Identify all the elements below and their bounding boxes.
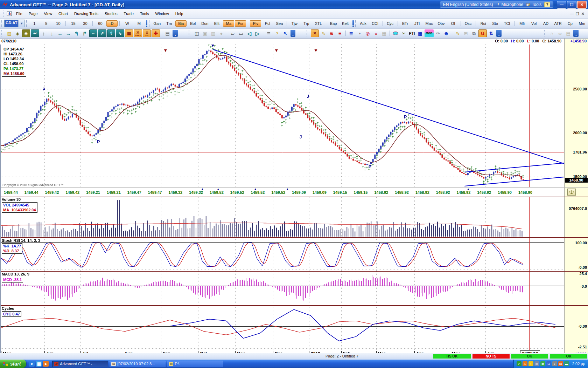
fib-fan-icon[interactable]: « — [372, 30, 380, 37]
symbol-search-icon[interactable]: ◈ — [14, 30, 21, 37]
chart-properties-icon[interactable]: ▤ — [164, 30, 172, 37]
study-tm-button[interactable]: Tm — [163, 20, 175, 27]
desktop-quicklaunch-icon[interactable]: ▦ — [36, 361, 42, 367]
zoom-icon[interactable]: ⊕ — [442, 30, 450, 37]
tray-writer-icon[interactable]: ▤ — [558, 361, 563, 366]
study-psr-button[interactable]: Psr — [235, 20, 246, 27]
menu-page[interactable]: Page — [26, 11, 41, 17]
scroll-down-icon[interactable]: ↓ — [48, 30, 56, 37]
split-adjust-icon[interactable]: ⇅ — [488, 30, 495, 37]
levels-icon[interactable]: ≡ — [336, 30, 344, 37]
toolbar-grip[interactable] — [189, 30, 191, 36]
indicator-atr-button[interactable]: ATR — [552, 20, 564, 27]
tray-card-icon[interactable]: ▬ — [564, 361, 569, 366]
study-ellt-button[interactable]: Ellt — [211, 20, 222, 27]
cycles-axis[interactable]: -0.00 -2.51 — [564, 306, 588, 350]
toolbar-more-icon[interactable]: ▾ — [290, 30, 296, 37]
timeframe-D-button[interactable]: D — [106, 20, 118, 27]
compress-vertical-icon[interactable]: ⇘ — [116, 29, 124, 37]
study-gan-button[interactable]: Gan — [151, 20, 163, 27]
minimize-button[interactable]: — — [557, 1, 566, 9]
indicator-sto-button[interactable]: Sto — [490, 20, 501, 27]
ie-quicklaunch-icon[interactable]: e — [29, 361, 35, 367]
timeframe-60-button[interactable]: 60 — [94, 20, 106, 27]
home-icon[interactable]: ⌂ — [548, 30, 556, 37]
timeframe-W-button[interactable]: W — [121, 20, 133, 27]
indicator-mac-button[interactable]: Mac — [424, 20, 435, 27]
save-layout-icon[interactable]: ▥ — [209, 30, 217, 37]
study-kelt-button[interactable]: Kelt — [340, 20, 351, 27]
xtl-tool-icon[interactable]: ✕ — [311, 29, 319, 37]
mdi-restore-button[interactable]: ❒ — [576, 12, 579, 16]
taskbar-task-0[interactable]: ▰Advanced GET™ - ... — [52, 361, 108, 367]
study-ma-button[interactable]: Ma — [223, 20, 234, 27]
lines-toggle-icon[interactable]: ✕LINES — [134, 29, 142, 37]
cycles-chart[interactable]: Cycles CYC 0.47 — [1, 306, 564, 350]
symbol-dropdown-arrow[interactable]: ▼ — [18, 20, 24, 27]
study-trp-button[interactable]: Trp — [301, 20, 312, 27]
timeframe-M-button[interactable]: M — [133, 20, 145, 27]
menu-chart[interactable]: Chart — [55, 11, 71, 17]
tray-shield-green-icon[interactable]: ✔ — [517, 361, 522, 366]
study-bol-button[interactable]: Bol — [187, 20, 198, 27]
toolbar-grip[interactable] — [355, 20, 356, 27]
next-page-icon[interactable]: ▷ — [254, 30, 261, 37]
print-icon[interactable]: ≣ — [265, 30, 273, 37]
mdi-minimize-button[interactable]: — — [570, 12, 574, 16]
titlebar[interactable]: Advanced GET™ -- Page 2: Untitled 7 - [G… — [0, 0, 588, 9]
indicator-jti-button[interactable]: JTI — [412, 20, 423, 27]
grid-toggle-icon[interactable]: ▦ — [125, 29, 133, 37]
stoch-rsi-chart[interactable]: Stoch RSI 14, 14, 3, 3 %K 14.77 %D 8.37 — [1, 238, 564, 271]
toolbar-more-icon[interactable]: ▾ — [573, 30, 579, 37]
study-tjw-button[interactable]: Tjw — [289, 20, 300, 27]
snapshot-icon[interactable]: ▣ — [201, 30, 209, 37]
taskbar-task-1[interactable]: ▤[07/02/2010 07:02:3... — [110, 361, 166, 367]
snap-magnet-icon[interactable]: U — [478, 29, 487, 37]
trendline-pencil-icon[interactable]: ✎ — [320, 30, 327, 37]
menu-file[interactable]: File — [13, 11, 26, 17]
crosshair-toggle-icon[interactable]: ✚ — [152, 29, 160, 37]
toolbar-grip[interactable] — [149, 20, 149, 27]
study-sea-button[interactable]: Sea — [274, 20, 285, 27]
pointer-tool-icon[interactable]: ✑ — [434, 30, 442, 37]
toolbar-more-icon[interactable]: ▾ — [496, 30, 502, 37]
regression-lines-icon[interactable]: ≣ — [348, 30, 355, 37]
back-icon[interactable]: ↩ — [31, 29, 39, 37]
menu-tools[interactable]: Tools — [137, 11, 152, 17]
toolbar-grip[interactable] — [1, 30, 4, 36]
indicator-rsi-button[interactable]: Rsi — [478, 20, 489, 27]
restore-button[interactable]: ❒ — [567, 1, 576, 9]
fib-toggle-icon[interactable]: ≡FIB — [143, 29, 151, 37]
menu-window[interactable]: Window — [152, 11, 172, 17]
toolbar-grip[interactable] — [3, 11, 5, 17]
indicator-cyc-button[interactable]: Cyc — [385, 20, 396, 27]
player-quicklaunch-icon[interactable]: ▸ — [43, 361, 49, 367]
menu-trade[interactable]: Trade — [121, 11, 137, 17]
target-icon[interactable]: ◎ — [364, 30, 372, 37]
indicator-osc-button[interactable]: Osc — [463, 20, 474, 27]
indicator-mfi-button[interactable]: Mfi — [517, 20, 528, 27]
menu-drawing-tools[interactable]: Drawing Tools — [71, 11, 102, 17]
macd-axis[interactable]: 25.4 -0.0 — [564, 272, 588, 305]
pti-icon[interactable]: PTI — [408, 30, 416, 37]
indicator-oi-button[interactable]: OI — [448, 20, 459, 27]
pencil2-icon[interactable]: ✎ — [454, 30, 462, 37]
toolbar-more-icon[interactable]: ▾ — [173, 30, 178, 37]
expand-vertical-icon[interactable]: ⇕ — [107, 29, 115, 37]
study-don-button[interactable]: Don — [199, 20, 210, 27]
tiles-icon[interactable]: ⊞ — [462, 30, 470, 37]
tray-alert-icon[interactable]: ! — [528, 361, 533, 366]
price-axis[interactable]: 2500.002000.001781.961500.001458.90 — [564, 45, 588, 187]
prev-page-icon[interactable]: ◁ — [245, 30, 253, 37]
menu-studies[interactable]: Studies — [102, 11, 121, 17]
ellipse-tool-icon[interactable] — [392, 30, 399, 37]
help-icon[interactable]: ? — [273, 30, 281, 37]
volume-axis[interactable]: 0764007.0 — [564, 197, 588, 237]
hand-properties-icon[interactable]: ▤ — [565, 30, 572, 37]
page-back-icon[interactable]: ↰ — [73, 30, 80, 37]
tray-disc-icon[interactable]: ◉ — [540, 361, 545, 366]
symbol-value[interactable]: GD.AT — [5, 20, 18, 27]
language-help-icon[interactable]: ? — [544, 2, 550, 7]
close-button[interactable]: ✕ — [577, 1, 587, 9]
taskbar-task-2[interactable]: ▨F:\ — [167, 361, 223, 367]
